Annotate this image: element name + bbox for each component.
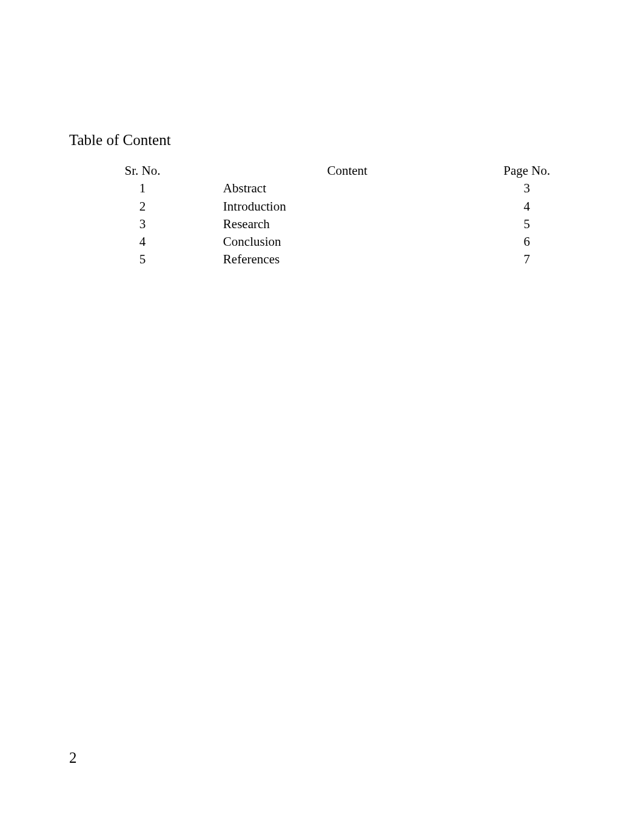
cell-page-no: 3 [479, 180, 575, 197]
toc-table-body: 1 Abstract 3 2 Introduction 4 3 Research… [69, 180, 575, 268]
table-header-sr-no: Sr. No. [69, 162, 216, 180]
cell-content: Introduction [216, 198, 479, 215]
cell-content: References [216, 251, 479, 268]
cell-page-no: 7 [479, 251, 575, 268]
table-row: 2 Introduction 4 [69, 198, 575, 215]
page-content: Table of Content Sr. No. Content Page No… [69, 130, 575, 269]
page-title: Table of Content [69, 130, 175, 150]
table-row: 3 Research 5 [69, 215, 575, 233]
page-number: 2 [69, 749, 77, 766]
cell-sr-no: 2 [69, 198, 216, 215]
cell-content: Abstract [216, 180, 479, 197]
toc-table-container: Sr. No. Content Page No. 1 Abstract 3 2 … [69, 162, 575, 269]
cell-page-no: 5 [479, 215, 575, 233]
table-header-page-no: Page No. [479, 162, 575, 180]
table-row: 4 Conclusion 6 [69, 233, 575, 251]
table-row: 1 Abstract 3 [69, 180, 575, 197]
table-header-row: Sr. No. Content Page No. [69, 162, 575, 180]
toc-table: Sr. No. Content Page No. 1 Abstract 3 2 … [69, 162, 575, 269]
cell-content: Conclusion [216, 233, 479, 251]
table-header-content: Content [216, 162, 479, 180]
cell-sr-no: 4 [69, 233, 216, 251]
cell-content: Research [216, 215, 479, 233]
cell-sr-no: 5 [69, 251, 216, 268]
cell-page-no: 6 [479, 233, 575, 251]
cell-page-no: 4 [479, 198, 575, 215]
cell-sr-no: 3 [69, 215, 216, 233]
table-row: 5 References 7 [69, 251, 575, 268]
cell-sr-no: 1 [69, 180, 216, 197]
